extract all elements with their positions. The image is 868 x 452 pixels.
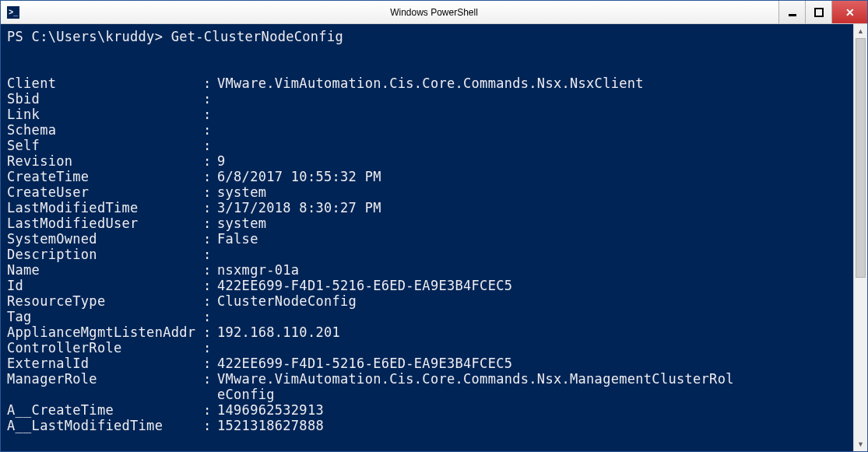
output-row: Schema: (7, 122, 849, 138)
output-value: 422EE699-F4D1-5216-E6ED-EA9E3B4FCEC5 (217, 278, 849, 293)
output-row: Revision:9 (7, 153, 849, 169)
output-row: Id:422EE699-F4D1-5216-E6ED-EA9E3B4FCEC5 (7, 278, 849, 293)
output-value: 1496962532913 (217, 402, 849, 418)
powershell-window: >_ Windows PowerShell ✕ PS C:\Users\krud… (0, 0, 868, 452)
close-icon: ✕ (845, 6, 855, 19)
output-colon: : (203, 107, 217, 122)
output-value: 422EE699-F4D1-5216-E6ED-EA9E3B4FCEC5 (217, 356, 849, 371)
output-row: Client:VMware.VimAutomation.Cis.Core.Com… (7, 75, 849, 91)
output-key: Client (7, 75, 203, 91)
output-row: Description: (7, 247, 849, 262)
output-key: LastModifiedTime (7, 200, 203, 215)
output-value: False (217, 231, 849, 247)
output-row: CreateTime:6/8/2017 10:55:32 PM (7, 169, 849, 184)
output-value: ClusterNodeConfig (217, 293, 849, 309)
output-key: Description (7, 247, 203, 262)
output-colon: : (203, 356, 217, 371)
output-colon: : (203, 340, 217, 356)
output-row: ExternalId:422EE699-F4D1-5216-E6ED-EA9E3… (7, 356, 849, 371)
output-key: CreateUser (7, 184, 203, 200)
output-key: SystemOwned (7, 231, 203, 247)
output-value (217, 138, 849, 153)
output-colon: : (203, 293, 217, 309)
close-button[interactable]: ✕ (831, 1, 867, 23)
output-value (217, 107, 849, 122)
output-colon: : (203, 262, 217, 278)
output-key: A__CreateTime (7, 402, 203, 418)
svg-rect-1 (815, 9, 823, 16)
minimize-button[interactable] (778, 1, 805, 23)
output-value: 1521318627888 (217, 418, 849, 433)
output-colon: : (203, 247, 217, 262)
output-key: ManagerRole (7, 371, 203, 387)
maximize-button[interactable] (805, 1, 831, 23)
output-row: ManagerRole:VMware.VimAutomation.Cis.Cor… (7, 371, 849, 387)
scroll-thumb[interactable] (856, 38, 866, 278)
output-row: Sbid: (7, 91, 849, 107)
output-row: CreateUser:system (7, 184, 849, 200)
output-key: ExternalId (7, 356, 203, 371)
output-colon: : (203, 75, 217, 91)
output-key: A__LastModifiedTime (7, 418, 203, 433)
output-value: system (217, 184, 849, 200)
output-row: LastModifiedUser:system (7, 215, 849, 231)
output-row: ResourceType:ClusterNodeConfig (7, 293, 849, 309)
prompt-command: Get-ClusterNodeConfig (171, 29, 343, 44)
output-key: Sbid (7, 91, 203, 107)
output-value: 6/8/2017 10:55:32 PM (217, 169, 849, 184)
terminal-output[interactable]: PS C:\Users\kruddy> Get-ClusterNodeConfi… (1, 24, 853, 451)
output-key: ResourceType (7, 293, 203, 309)
output-colon: : (203, 138, 217, 153)
titlebar[interactable]: >_ Windows PowerShell ✕ (1, 1, 867, 24)
output-row: A__LastModifiedTime:1521318627888 (7, 418, 849, 433)
output-key: Tag (7, 309, 203, 324)
output-colon: : (203, 122, 217, 138)
output-key: Revision (7, 153, 203, 169)
output-row: Self: (7, 138, 849, 153)
powershell-icon: >_ (7, 6, 19, 19)
output-key: Self (7, 138, 203, 153)
output-row: ControllerRole: (7, 340, 849, 356)
output-key: Schema (7, 122, 203, 138)
output-value: 3/17/2018 8:30:27 PM (217, 200, 849, 215)
output-value: VMware.VimAutomation.Cis.Core.Commands.N… (217, 371, 849, 387)
output-key: CreateTime (7, 169, 203, 184)
output-key: ApplianceMgmtListenAddr (7, 324, 203, 340)
output-colon: : (203, 324, 217, 340)
output-key: Id (7, 278, 203, 293)
window-title: Windows PowerShell (390, 7, 478, 18)
output-key: LastModifiedUser (7, 215, 203, 231)
output-row: ApplianceMgmtListenAddr:192.168.110.201 (7, 324, 849, 340)
output-colon: : (203, 402, 217, 418)
output-colon: : (203, 231, 217, 247)
output-key: ControllerRole (7, 340, 203, 356)
window-controls: ✕ (778, 1, 867, 23)
output-value (217, 340, 849, 356)
output-value (217, 91, 849, 107)
minimize-icon (788, 8, 797, 17)
output-colon: : (203, 215, 217, 231)
output-value: system (217, 215, 849, 231)
output-row: Link: (7, 107, 849, 122)
output-row: A__CreateTime:1496962532913 (7, 402, 849, 418)
scroll-down-arrow-icon[interactable]: ▼ (854, 437, 867, 451)
output-row: Name:nsxmgr-01a (7, 262, 849, 278)
output-colon: : (203, 153, 217, 169)
output-value-continuation: eConfig (217, 387, 849, 402)
output-value (217, 122, 849, 138)
output-value: VMware.VimAutomation.Cis.Core.Commands.N… (217, 75, 849, 91)
maximize-icon (814, 8, 824, 17)
output-value: nsxmgr-01a (217, 262, 849, 278)
prompt-line: PS C:\Users\kruddy> Get-ClusterNodeConfi… (7, 29, 343, 44)
svg-rect-0 (789, 14, 796, 16)
prompt-prefix: PS C:\Users\kruddy> (7, 29, 163, 44)
output-row: LastModifiedTime:3/17/2018 8:30:27 PM (7, 200, 849, 215)
output-colon: : (203, 184, 217, 200)
output-key: Name (7, 262, 203, 278)
scroll-up-arrow-icon[interactable]: ▲ (854, 24, 867, 38)
output-colon: : (203, 91, 217, 107)
output-value: 192.168.110.201 (217, 324, 849, 340)
scroll-track[interactable] (854, 38, 867, 437)
terminal-area: PS C:\Users\kruddy> Get-ClusterNodeConfi… (1, 24, 867, 451)
vertical-scrollbar[interactable]: ▲ ▼ (853, 24, 867, 451)
